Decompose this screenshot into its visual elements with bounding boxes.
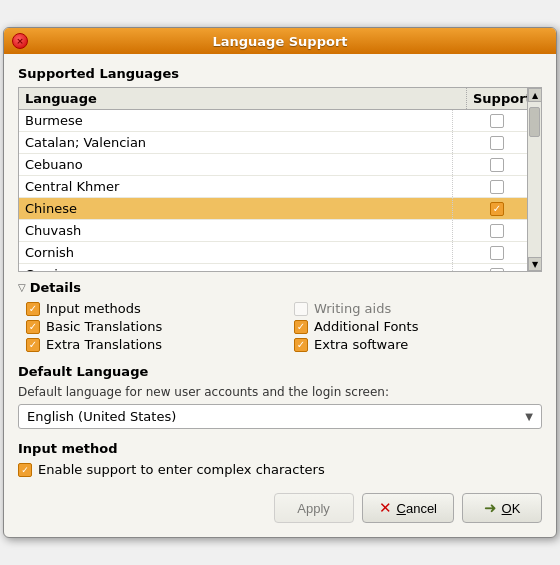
dropdown-arrow-icon: ▼	[525, 411, 533, 422]
checkbox-unchecked-icon[interactable]	[490, 246, 504, 260]
detail-checkbox-checked[interactable]: ✓	[294, 320, 308, 334]
details-header: ▽ Details	[18, 280, 542, 295]
checkbox-unchecked-icon[interactable]	[490, 180, 504, 194]
table-body: Burmese Catalan; Valencian Cebuano Centr…	[19, 110, 541, 272]
complex-chars-checkbox[interactable]: ✓	[18, 463, 32, 477]
cancel-button-label: Cancel	[397, 501, 437, 516]
checkbox-unchecked-icon[interactable]	[490, 114, 504, 128]
language-name: Catalan; Valencian	[19, 132, 453, 153]
language-support-checkbox[interactable]	[467, 177, 527, 197]
table-row[interactable]: Burmese	[19, 110, 541, 132]
cancel-button[interactable]: ✕ Cancel	[362, 493, 454, 523]
detail-checkbox-checked[interactable]: ✓	[26, 320, 40, 334]
scroll-track[interactable]	[528, 102, 541, 257]
language-name: Corsican	[19, 264, 453, 272]
col-support-header: Support	[467, 88, 527, 109]
language-name: Chuvash	[19, 220, 453, 241]
default-language-title: Default Language	[18, 364, 542, 379]
detail-item-basic-translations[interactable]: ✓ Basic Translations	[26, 319, 274, 334]
detail-label: Extra Translations	[46, 337, 162, 352]
input-method-title: Input method	[18, 441, 542, 456]
scrollbar[interactable]: ▲ ▼	[527, 88, 541, 271]
table-row[interactable]: Central Khmer	[19, 176, 541, 198]
ok-button[interactable]: ➜ OK	[462, 493, 542, 523]
details-triangle-icon: ▽	[18, 282, 26, 293]
detail-item-extra-translations[interactable]: ✓ Extra Translations	[26, 337, 274, 352]
detail-checkbox-checked[interactable]: ✓	[294, 338, 308, 352]
language-support-checkbox[interactable]	[467, 133, 527, 153]
main-window: × Language Support Supported Languages L…	[3, 27, 557, 538]
scroll-down-button[interactable]: ▼	[528, 257, 542, 271]
language-support-checkbox[interactable]: ✓	[467, 199, 527, 219]
apply-button-label: Apply	[297, 501, 330, 516]
details-section: ▽ Details ✓ Input methods Writing aids ✓…	[18, 280, 542, 352]
buttons-row: Apply ✕ Cancel ➜ OK	[18, 493, 542, 527]
checkbox-unchecked-icon[interactable]	[490, 224, 504, 238]
language-name: Cornish	[19, 242, 453, 263]
detail-item-additional-fonts[interactable]: ✓ Additional Fonts	[294, 319, 542, 334]
checkbox-unchecked-icon[interactable]	[490, 136, 504, 150]
detail-checkbox-unchecked	[294, 302, 308, 316]
detail-label: Writing aids	[314, 301, 391, 316]
checkbox-unchecked-icon[interactable]	[490, 158, 504, 172]
scroll-up-button[interactable]: ▲	[528, 88, 542, 102]
cancel-icon: ✕	[379, 499, 392, 517]
content-area: Supported Languages Language Support Bur…	[4, 54, 556, 537]
detail-label: Extra software	[314, 337, 408, 352]
default-language-description: Default language for new user accounts a…	[18, 385, 542, 399]
language-name: Burmese	[19, 110, 453, 131]
checkbox-checked-icon[interactable]: ✓	[490, 202, 504, 216]
col-language-header: Language	[19, 88, 467, 109]
details-grid: ✓ Input methods Writing aids ✓ Basic Tra…	[18, 301, 542, 352]
language-support-checkbox[interactable]	[467, 265, 527, 273]
ok-button-label: OK	[502, 501, 521, 516]
table-row[interactable]: Catalan; Valencian	[19, 132, 541, 154]
language-support-checkbox[interactable]	[467, 111, 527, 131]
scroll-thumb[interactable]	[529, 107, 540, 137]
detail-checkbox-checked[interactable]: ✓	[26, 302, 40, 316]
titlebar: × Language Support	[4, 28, 556, 54]
detail-item-input-methods[interactable]: ✓ Input methods	[26, 301, 274, 316]
language-name: Cebuano	[19, 154, 453, 175]
detail-item-extra-software[interactable]: ✓ Extra software	[294, 337, 542, 352]
detail-label: Input methods	[46, 301, 141, 316]
default-language-dropdown[interactable]: English (United States) ▼	[18, 404, 542, 429]
close-button[interactable]: ×	[12, 33, 28, 49]
input-method-item: ✓ Enable support to enter complex charac…	[18, 462, 542, 477]
table-row[interactable]: Chuvash	[19, 220, 541, 242]
dropdown-selected-value: English (United States)	[27, 409, 176, 424]
details-label: Details	[30, 280, 81, 295]
language-name: Central Khmer	[19, 176, 453, 197]
supported-languages-title: Supported Languages	[18, 66, 542, 81]
detail-checkbox-checked[interactable]: ✓	[26, 338, 40, 352]
complex-chars-label: Enable support to enter complex characte…	[38, 462, 325, 477]
table-row[interactable]: Cebuano	[19, 154, 541, 176]
apply-button[interactable]: Apply	[274, 493, 354, 523]
ok-icon: ➜	[484, 499, 497, 517]
languages-table[interactable]: Language Support Burmese Catalan; Valenc…	[18, 87, 542, 272]
detail-label: Additional Fonts	[314, 319, 418, 334]
language-support-checkbox[interactable]	[467, 155, 527, 175]
default-language-section: Default Language Default language for ne…	[18, 364, 542, 429]
table-row[interactable]: Cornish	[19, 242, 541, 264]
checkbox-unchecked-icon[interactable]	[490, 268, 504, 273]
table-row[interactable]: Chinese ✓	[19, 198, 541, 220]
input-method-section: Input method ✓ Enable support to enter c…	[18, 441, 542, 477]
table-row[interactable]: Corsican	[19, 264, 541, 272]
detail-item-writing-aids: Writing aids	[294, 301, 542, 316]
table-header: Language Support	[19, 88, 541, 110]
language-support-checkbox[interactable]	[467, 221, 527, 241]
language-support-checkbox[interactable]	[467, 243, 527, 263]
language-name: Chinese	[19, 198, 453, 219]
window-title: Language Support	[212, 34, 347, 49]
detail-label: Basic Translations	[46, 319, 162, 334]
